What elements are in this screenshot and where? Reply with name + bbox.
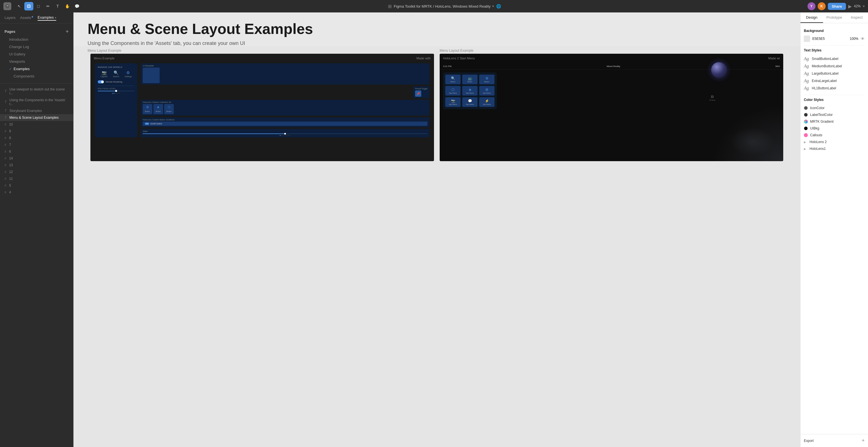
tab-design[interactable]: Design xyxy=(801,12,823,23)
present-icon[interactable]: ▶ xyxy=(848,4,851,9)
slider-label: POLYGON LEVEL xyxy=(98,88,134,90)
btn-collection-label: HoloLens 2 Button Collection 3H xyxy=(143,101,428,103)
globe-icon[interactable]: 🌐 xyxy=(496,4,501,8)
layer-text-viewport[interactable]: T Use viewport to sketch out the scene l… xyxy=(0,86,73,97)
page-item-viewports[interactable]: Viewports xyxy=(4,58,69,65)
tool-group-main: ↖ □ ✏ T ✋ 💬 xyxy=(15,2,82,10)
layer-text-menu[interactable]: T Menu & Scene Layout Examples xyxy=(0,114,73,121)
figma-logo[interactable] xyxy=(3,2,11,10)
right-tab-bar: Design Prototype Inspect xyxy=(801,12,868,23)
zoom-label[interactable]: 42% xyxy=(854,4,861,8)
ag-icon: Ag xyxy=(804,78,809,83)
layer-frame-12[interactable]: # 12 xyxy=(0,169,73,175)
layer-frame-4[interactable]: # 4 xyxy=(0,189,73,196)
color-style-mrtk-gradient[interactable]: MRTK Gradient xyxy=(804,118,865,125)
export-add-button[interactable]: + xyxy=(862,438,865,444)
page-item-components[interactable]: Components xyxy=(4,73,69,80)
visibility-icon[interactable]: 👁 xyxy=(861,36,865,41)
comment-tool[interactable]: 💬 xyxy=(72,2,82,10)
share-button[interactable]: Share xyxy=(828,3,846,10)
app-name-5: App Name xyxy=(464,103,476,105)
left-sidebar: Layers Assets Examples ▾ Pages + Introdu… xyxy=(0,12,73,447)
color-style-callouts[interactable]: Callouts xyxy=(804,132,865,139)
frame-icon: # xyxy=(4,123,6,126)
color-name: UIBkg xyxy=(810,126,819,130)
file-title[interactable]: Figma Toolkit for MRTK / HoloLens, Windo… xyxy=(394,4,494,8)
color-style-hololens2-group[interactable]: ▶ HoloLens 2 xyxy=(804,139,865,145)
text-style-hl1[interactable]: Ag HL1ButtonLabel xyxy=(804,85,865,92)
switch-text: 32x96 Switch xyxy=(150,123,162,125)
gradient-swatch xyxy=(804,120,808,124)
layer-frame-14[interactable]: # 14 xyxy=(0,155,73,162)
text-style-medium[interactable]: Ag MediumButtonLabel xyxy=(804,62,865,70)
page-item-examples[interactable]: ✓ Examples xyxy=(4,65,69,72)
toolbar: ↖ □ ✏ T ✋ 💬 ⊞ Figma Toolkit for MRTK / H… xyxy=(0,0,868,12)
frame-made-with-right: Made wi xyxy=(768,57,780,60)
layer-frame-13[interactable]: # 13 xyxy=(0,162,73,169)
ag-icon: Ag xyxy=(804,64,809,69)
color-swatch xyxy=(804,126,808,130)
page-item-introduction[interactable]: Introduction xyxy=(4,36,69,43)
color-style-uibkg[interactable]: UIBkg xyxy=(804,125,865,132)
bg-hex-value[interactable]: E5E5E5 xyxy=(812,37,847,41)
layer-frame-9[interactable]: # 9 xyxy=(0,128,73,135)
text-styles-label: Text Styles xyxy=(804,48,865,52)
frame-hololens: HoloLens 2 Start Menu Made wi 3:21 PM Mi… xyxy=(440,54,783,161)
style-name: HL1ButtonLabel xyxy=(812,86,836,90)
layer-text-storyboard[interactable]: T Storyboard Examples xyxy=(0,108,73,114)
toolbar-center: ⊞ Figma Toolkit for MRTK / HoloLens, Win… xyxy=(84,4,805,9)
section-label-left: Menu Layout Example xyxy=(88,49,434,53)
bg-opacity-value[interactable]: 100% xyxy=(849,37,858,41)
divider-1 xyxy=(804,45,865,46)
layer-label: 9 xyxy=(9,129,11,133)
tab-layers[interactable]: Layers xyxy=(4,16,16,20)
group-arrow-icon: ▶ xyxy=(804,141,806,144)
shape-tool[interactable]: □ xyxy=(34,2,43,10)
layer-frame-7[interactable]: # 7 xyxy=(0,141,73,148)
frame-tool[interactable] xyxy=(24,2,33,10)
text-style-large[interactable]: Ag LargeButtonLabel xyxy=(804,70,865,77)
sidebar-content: Pages + Introduction Change Log UI Galle… xyxy=(0,24,73,447)
canvas-area[interactable]: Menu & Scene Layout Examples Using the C… xyxy=(73,12,800,447)
layer-frame-5[interactable]: # 5 xyxy=(0,182,73,189)
page-label: Change Log xyxy=(9,45,29,49)
tab-prototype[interactable]: Prototype xyxy=(823,12,846,23)
layer-label: Use viewport to sketch out the scene l..… xyxy=(9,87,69,95)
layer-frame-10[interactable]: # 10 xyxy=(0,121,73,128)
frame-title-left: Menu Example xyxy=(94,57,115,60)
color-name: MRTK Gradient xyxy=(810,120,834,124)
svg-rect-1 xyxy=(27,5,30,8)
color-style-labeltextcolor[interactable]: LabelTextColor xyxy=(804,111,865,118)
color-styles-label: Color Styles xyxy=(804,98,865,102)
pages-add-button[interactable]: + xyxy=(66,29,69,34)
tab-examples[interactable]: Examples ▾ xyxy=(38,15,56,21)
bg-color-swatch[interactable] xyxy=(804,36,810,42)
text-style-extralarge[interactable]: Ag ExtraLargeLabel xyxy=(804,77,865,85)
page-item-changelog[interactable]: Change Log xyxy=(4,43,69,50)
text-tool[interactable]: T xyxy=(53,2,62,10)
layer-frame-11[interactable]: # 11 xyxy=(0,175,73,182)
layer-text-using[interactable]: T Using the Components in the 'Assets' t… xyxy=(0,97,73,108)
page-item-uigallery[interactable]: UI Gallery xyxy=(4,51,69,58)
color-style-hololens1-group[interactable]: ▶ HoloLens1 xyxy=(804,145,865,152)
color-name: Callouts xyxy=(810,133,822,137)
frame-icon: # xyxy=(4,157,6,160)
zoom-dropdown[interactable]: ▾ xyxy=(863,4,865,8)
background-row: E5E5E5 100% 👁 xyxy=(804,36,865,42)
layer-frame-6[interactable]: # 6 xyxy=(0,148,73,155)
layer-frame-8[interactable]: # 8 xyxy=(0,135,73,141)
ag-icon: Ag xyxy=(804,86,809,91)
avatar-y: Y xyxy=(808,2,815,10)
color-style-iconcolor[interactable]: IconColor xyxy=(804,105,865,111)
frame-menu-example: Menu Example Made with MANAGE CAD MODELS… xyxy=(90,54,434,161)
move-tool[interactable]: ↖ xyxy=(15,2,24,10)
style-name: SmallButtonLabel xyxy=(812,57,838,61)
app-name-4: App Name xyxy=(447,103,459,105)
hand-tool[interactable]: ✋ xyxy=(63,2,72,10)
tab-inspect[interactable]: Inspect xyxy=(845,12,868,23)
pen-tool[interactable]: ✏ xyxy=(43,2,53,10)
text-style-small[interactable]: Ag SmallButtonLabel xyxy=(804,55,865,62)
frame-icon: # xyxy=(4,190,6,194)
tab-assets[interactable]: Assets xyxy=(20,16,33,20)
panel-title: MANAGE CAD MODELS xyxy=(98,66,134,68)
